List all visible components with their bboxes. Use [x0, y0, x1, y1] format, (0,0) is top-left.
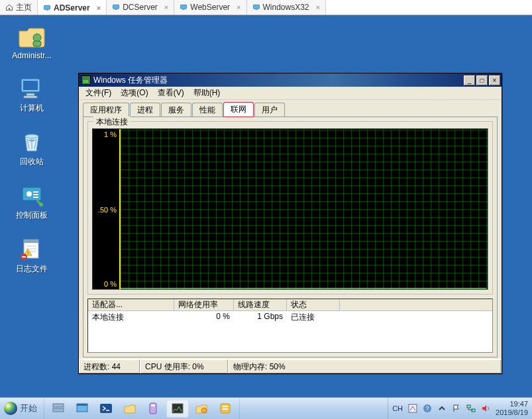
host-tab-dcserver[interactable]: DCServer ×: [107, 0, 174, 15]
tab-users[interactable]: 用户: [254, 103, 285, 117]
network-graph-group: 本地连接 1 % .50 % 0 %: [87, 121, 493, 295]
monitor-icon: [252, 3, 260, 11]
tray-network-icon[interactable]: [466, 404, 476, 413]
maximize-button[interactable]: □: [476, 75, 488, 85]
tray-time: 19:47: [496, 400, 528, 408]
svg-rect-28: [22, 256, 26, 257]
tab-services[interactable]: 服务: [161, 103, 191, 117]
svg-rect-22: [24, 240, 38, 243]
svg-rect-29: [53, 404, 64, 407]
host-tab-webserver[interactable]: WebServer ×: [174, 0, 246, 15]
svg-point-16: [27, 191, 32, 197]
svg-rect-3: [115, 9, 117, 10]
taskbar: 开始 CH ? 19:47 2019/8/19: [0, 397, 532, 419]
axis-tick-bot: 0 %: [104, 280, 117, 288]
home-icon: [5, 3, 13, 11]
quick-launch: [44, 398, 240, 419]
svg-rect-2: [113, 5, 119, 9]
cell-state: 已连接: [287, 311, 340, 323]
svg-text:?: ?: [426, 405, 429, 412]
status-bar: 进程数: 44 CPU 使用率: 0% 物理内存: 50%: [79, 359, 502, 373]
svg-rect-5: [183, 9, 185, 10]
host-tab-label: WebServer: [190, 3, 230, 12]
axis-tick-mid: .50 %: [98, 206, 117, 214]
close-icon[interactable]: ×: [237, 3, 240, 11]
svg-rect-1: [46, 10, 48, 11]
status-memory: 物理内存: 50%: [229, 359, 501, 373]
tab-panel-networking: 本地连接 1 % .50 % 0 % 适配器... 网络使用率: [83, 116, 498, 357]
tab-performance[interactable]: 性能: [192, 103, 223, 117]
desktop-icon-recycle-bin[interactable]: 回收站: [5, 128, 58, 167]
minimize-button[interactable]: _: [464, 75, 475, 85]
desktop-icon-label: 日志文件: [16, 263, 48, 275]
close-icon[interactable]: ×: [97, 4, 101, 12]
ql-item-7[interactable]: [190, 400, 213, 418]
col-usage[interactable]: 网络使用率: [174, 299, 234, 310]
col-state[interactable]: 状态: [287, 299, 340, 310]
system-tray: CH ? 19:47 2019/8/19: [388, 398, 532, 419]
svg-rect-35: [151, 404, 155, 406]
host-tab-windowsx32[interactable]: WindowsX32 ×: [247, 0, 326, 15]
monitor-icon: [112, 3, 120, 11]
start-button[interactable]: 开始: [0, 398, 44, 420]
graph-trace: [121, 288, 486, 289]
list-header[interactable]: 适配器... 网络使用率 线路速度 状态: [88, 299, 492, 311]
svg-rect-6: [253, 5, 259, 9]
svg-rect-18: [33, 194, 38, 195]
svg-rect-0: [44, 5, 50, 9]
menu-view[interactable]: 查看(V): [154, 87, 188, 99]
tray-ime-tool-icon[interactable]: [408, 404, 417, 413]
desktop-icon-label: 控制面板: [16, 210, 48, 221]
col-adapter[interactable]: 适配器...: [88, 299, 174, 310]
start-label: 开始: [20, 402, 37, 414]
ql-item-5[interactable]: [142, 400, 165, 418]
ql-item-8[interactable]: [214, 400, 237, 418]
host-tab-label: ADServer: [54, 3, 90, 13]
tray-chevron-icon[interactable]: [437, 404, 447, 413]
col-speed[interactable]: 线路速度: [234, 299, 287, 310]
notepad-warning-icon: !: [17, 236, 46, 262]
tray-help-icon[interactable]: ?: [423, 404, 432, 413]
tray-clock[interactable]: 19:47 2019/8/19: [496, 400, 528, 417]
window-titlebar[interactable]: Windows 任务管理器 _ □ ×: [79, 73, 502, 87]
desktop-icon-administrator[interactable]: Administr...: [5, 23, 58, 60]
ql-show-desktop[interactable]: [71, 400, 93, 418]
cell-adapter: 本地连接: [88, 311, 174, 323]
svg-rect-30: [53, 408, 64, 412]
ql-task-manager[interactable]: [166, 400, 189, 418]
desktop-icon-control-panel[interactable]: 控制面板: [5, 182, 58, 221]
list-row[interactable]: 本地连接 0 % 1 Gbps 已连接: [88, 311, 492, 323]
host-tab-home[interactable]: 主页: [0, 0, 38, 15]
desktop-icon-label: 回收站: [20, 156, 44, 167]
close-icon[interactable]: ×: [164, 3, 168, 11]
svg-rect-12: [27, 93, 34, 96]
host-tab-adserver[interactable]: ADServer ×: [38, 0, 107, 15]
graph-y-axis: 1 % .50 % 0 %: [93, 129, 121, 289]
desktop-icon-label: Administr...: [12, 51, 51, 60]
folder-user-icon: [17, 23, 46, 50]
tray-sound-icon[interactable]: [481, 404, 490, 413]
svg-rect-17: [33, 191, 38, 193]
tray-ime[interactable]: CH: [392, 404, 403, 412]
ql-powershell[interactable]: [95, 400, 117, 418]
menu-help[interactable]: 帮助(H): [189, 87, 225, 99]
ql-explorer[interactable]: [119, 400, 141, 418]
axis-tick-top: 1 %: [104, 130, 117, 138]
desktop-icon-computer[interactable]: 计算机: [5, 75, 58, 114]
ql-server-manager[interactable]: [47, 400, 70, 418]
adapter-listview[interactable]: 适配器... 网络使用率 线路速度 状态 本地连接 0 % 1 Gbps 已连接: [87, 299, 493, 353]
task-manager-window: Windows 任务管理器 _ □ × 文件(F) 选项(O) 查看(V) 帮助…: [78, 73, 502, 374]
tab-applications[interactable]: 应用程序: [83, 103, 129, 117]
svg-rect-4: [181, 5, 187, 9]
menu-file[interactable]: 文件(F): [81, 87, 115, 99]
tray-flag-icon[interactable]: [452, 404, 461, 413]
close-button[interactable]: ×: [489, 75, 500, 85]
monitor-icon: [43, 4, 51, 12]
svg-rect-7: [255, 9, 257, 10]
menu-options[interactable]: 选项(O): [117, 87, 152, 99]
monitor-icon: [180, 3, 187, 11]
desktop-icon-log-files[interactable]: ! 日志文件: [5, 236, 58, 275]
tab-networking[interactable]: 联网: [223, 102, 254, 117]
close-icon[interactable]: ×: [316, 3, 320, 11]
tab-processes[interactable]: 进程: [130, 103, 160, 117]
